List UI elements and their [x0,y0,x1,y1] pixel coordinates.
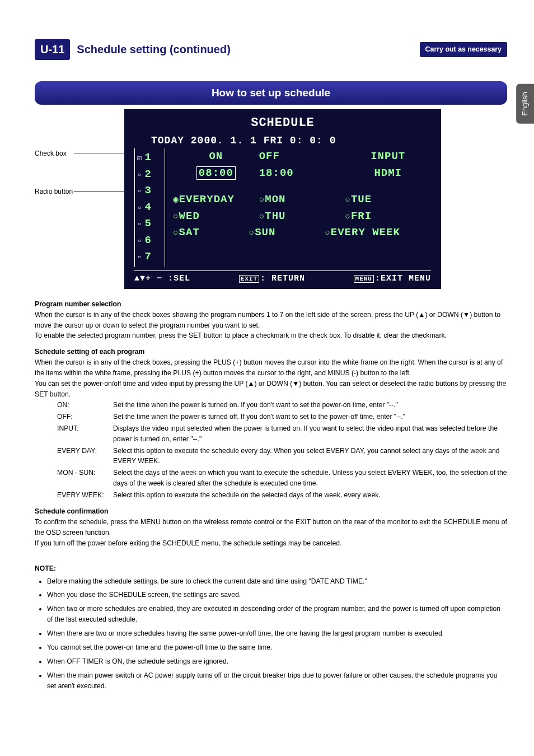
radio-icon: ○ [249,228,255,238]
day-tue: TUE [351,193,372,206]
radio-icon: ○ [259,195,265,205]
exit-key-icon: EXIT [239,275,259,283]
checkbox-icon: ▫ [137,186,142,195]
def-text: Select this option to execute the schedu… [113,490,507,501]
prog-1: 1 [144,151,151,164]
checkbox-icon: ▫ [137,253,142,262]
day-mon: MON [265,193,285,206]
note-item: Before making the schedule settings, be … [47,576,507,587]
radio-icon: ○ [345,195,351,205]
para: You can set the power-on/off time and vi… [35,379,507,400]
col-on: ON [173,148,259,165]
def-text: Displays the video input selected when t… [113,423,507,445]
note-heading: NOTE: [35,563,507,574]
section-bar: How to set up schedule [35,81,507,105]
col-input: INPUT [345,148,431,165]
para: When the cursor is in any of the check b… [35,310,507,331]
prog-4: 4 [144,201,151,213]
day-wed: WED [179,210,200,222]
section-title: Schedule setting (continued) [77,41,413,58]
radio-selected-icon: ◉ [173,195,179,205]
section-number: U-11 [35,39,70,60]
day-sun: SUN [255,226,275,239]
callout-radio: Radio button [35,186,73,197]
foot-return: : RETURN [260,274,305,283]
radio-icon: ○ [173,228,179,238]
para: To confirm the schedule, press the MENU … [35,517,507,538]
program-column: ☑1 ▫2 ▫3 ▫4 ▫5 ▫6 ▫7 [134,148,165,267]
heading-confirmation: Schedule confirmation [35,506,507,517]
def-term: OFF: [57,412,113,422]
heading-schedule-setting: Schedule setting of each program [35,347,507,357]
heading-program-number: Program number selection [35,299,507,310]
checkbox-icon: ▫ [137,203,142,212]
def-text: Set the time when the power is turned on… [113,400,507,410]
on-value: 08:00 [196,166,236,180]
def-term: ON: [57,400,113,410]
def-term: MON - SUN: [57,468,113,489]
note-item: When there are two or more schedules hav… [47,628,507,639]
col-off: OFF [259,148,345,165]
language-tab: English [516,84,534,124]
foot-exit: :EXIT MENU [375,274,431,283]
checkbox-icon: ▫ [137,236,142,245]
prog-5: 5 [144,217,151,230]
note-item: When the main power switch or AC power s… [47,670,507,692]
def-term: EVERY DAY: [57,446,113,467]
callout-checkbox: Check box [35,148,67,159]
def-term: EVERY WEEK: [57,490,113,501]
def-text: Select the days of the week on which you… [113,468,507,489]
osd-title: SCHEDULE [134,114,431,133]
day-thu: THU [265,210,285,222]
def-text: Set the time when the power is turned of… [113,412,507,422]
osd-screenshot: SCHEDULE TODAY 2000. 1. 1 FRI 0: 0: 0 ☑1… [124,109,441,288]
prog-6: 6 [144,234,151,246]
radio-icon: ○ [345,212,351,222]
para: If you turn off the power before exiting… [35,538,507,549]
input-value: HDMI [345,165,431,181]
menu-key-icon: MENU [354,275,374,283]
day-everyweek: EVERY WEEK [331,226,400,239]
radio-icon: ○ [259,212,265,222]
day-fri: FRI [351,210,372,222]
para: When the cursor is in any of the check b… [35,357,507,379]
checkbox-checked-icon: ☑ [137,153,142,162]
radio-icon: ○ [173,212,179,222]
para: To enable the selected program number, p… [35,330,507,341]
def-term: INPUT: [57,423,113,445]
checkbox-icon: ▫ [137,220,142,228]
note-item: When two or more schedules are enabled, … [47,604,507,625]
day-sat: SAT [179,226,200,239]
off-value: 18:00 [259,165,345,181]
note-item: When you close the SCHEDULE screen, the … [47,590,507,600]
prog-2: 2 [144,168,151,180]
note-item: You cannot set the power-on time and the… [47,642,507,653]
checkbox-icon: ▫ [137,170,142,179]
note-item: When OFF TIMER is ON, the schedule setti… [47,656,507,667]
osd-today-line: TODAY 2000. 1. 1 FRI 0: 0: 0 [134,133,431,149]
day-everyday: EVERYDAY [179,193,235,206]
prog-7: 7 [144,250,151,263]
radio-icon: ○ [325,228,331,238]
foot-sel: ▲▼+ − :SEL [134,272,190,285]
def-text: Select this option to execute the schedu… [113,446,507,467]
prog-3: 3 [144,184,151,197]
necessary-badge: Carry out as necessary [420,42,507,57]
